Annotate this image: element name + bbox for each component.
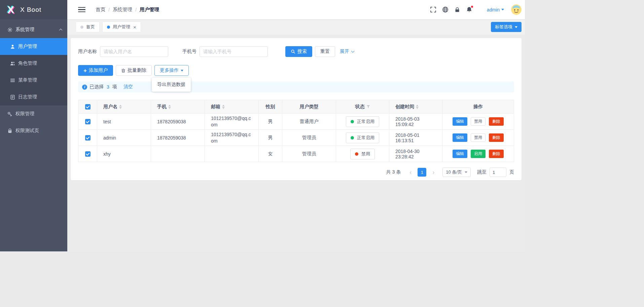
fullscreen-icon[interactable]	[430, 6, 436, 13]
menu-item-label: 角色管理	[18, 60, 37, 66]
row-checkbox[interactable]	[85, 135, 91, 141]
edit-button[interactable]: 编辑	[453, 133, 467, 142]
username-cell: admin	[97, 130, 151, 146]
user-management-card: 用户名称 手机号 搜索 重置 展开	[71, 38, 522, 180]
tag-label: 用户管理	[113, 24, 130, 30]
sidebar-item-role-manage[interactable]: 角色管理	[0, 55, 67, 72]
breadcrumb-separator: /	[135, 7, 137, 12]
add-user-button[interactable]: + 添加用户	[78, 65, 113, 76]
dropdown-item-export[interactable]: 导出所选数据	[152, 79, 191, 90]
tag-home[interactable]: 首页	[76, 22, 100, 32]
filter-icon[interactable]	[366, 105, 370, 109]
column-header-created: 创建时间	[389, 100, 442, 114]
status-badge: 正常启用	[346, 116, 379, 127]
search-icon	[291, 49, 295, 54]
caret-down-icon	[515, 26, 517, 28]
sidebar-item-user-manage[interactable]: 用户管理	[0, 38, 67, 55]
breadcrumb: 首页 / 系统管理 / 用户管理	[96, 6, 159, 13]
column-header-username: 用户名	[97, 100, 151, 114]
status-badge: 正常启用	[346, 132, 379, 143]
status-cell: 正常启用	[336, 114, 389, 130]
info-icon: i	[82, 85, 87, 90]
search-form: 用户名称 手机号 搜索 重置 展开	[78, 46, 514, 57]
notifications-bell-icon[interactable]	[466, 6, 472, 13]
column-header-status: 状态	[336, 100, 389, 114]
tag-user-manage[interactable]: 用户管理 ×	[102, 22, 141, 32]
sort-icon[interactable]	[168, 105, 171, 109]
menu-item-label: 日志管理	[18, 94, 37, 100]
disable-button[interactable]: 禁用	[471, 117, 486, 126]
jump-page-input[interactable]	[490, 167, 506, 177]
edit-button[interactable]: 编辑	[453, 150, 467, 158]
select-cell	[78, 114, 97, 130]
email-cell	[205, 146, 259, 162]
breadcrumb-section[interactable]: 系统管理	[113, 6, 132, 13]
phone-cell	[151, 146, 205, 162]
breadcrumb-home[interactable]: 首页	[96, 6, 105, 13]
close-icon[interactable]: ×	[133, 25, 136, 30]
table-row: xhy 女 管理员 禁用 2018-04-30 23:28:42 编辑 启用 删…	[78, 146, 514, 162]
status-badge: 禁用	[350, 149, 375, 159]
sort-icon[interactable]	[119, 105, 122, 109]
username-label: 用户名称	[78, 49, 97, 55]
phone-cell: 18782059038	[151, 114, 205, 130]
jump-label: 跳至	[477, 169, 487, 175]
menu-toggle-button[interactable]	[78, 7, 85, 12]
sidebar-item-system-manage[interactable]: 系统管理	[0, 21, 67, 38]
tag-options-button[interactable]: 标签选项	[491, 22, 522, 32]
document-icon	[10, 95, 15, 100]
sort-icon[interactable]	[222, 105, 225, 109]
row-checkbox[interactable]	[85, 119, 91, 124]
language-globe-icon[interactable]	[442, 6, 449, 13]
status-dot-icon	[355, 152, 358, 156]
column-header-type: 用户类型	[282, 100, 336, 114]
sidebar-item-log-manage[interactable]: 日志管理	[0, 89, 67, 105]
search-button[interactable]: 搜索	[285, 46, 312, 57]
phone-label: 手机号	[182, 49, 196, 55]
column-header-email: 邮箱	[205, 100, 259, 114]
enable-button[interactable]: 启用	[471, 150, 486, 158]
expand-link[interactable]: 展开	[340, 49, 353, 55]
delete-button[interactable]: 删除	[489, 117, 504, 126]
app-logo[interactable]: XXX X Boot	[0, 0, 67, 19]
user-menu[interactable]: admin	[487, 7, 504, 12]
column-header-phone: 手机	[151, 100, 205, 114]
email-cell: 1012139570@qq.com	[205, 130, 259, 146]
sidebar-item-menu-manage[interactable]: 菜单管理	[0, 72, 67, 89]
clear-selection-link[interactable]: 清空	[123, 84, 133, 90]
top-header: 首页 / 系统管理 / 用户管理	[67, 0, 525, 19]
status-dot-icon	[351, 120, 354, 123]
sidebar-item-permission-test[interactable]: 权限测试页	[0, 122, 67, 139]
content-area: 用户名称 手机号 搜索 重置 展开	[67, 35, 525, 251]
row-checkbox[interactable]	[85, 151, 91, 157]
page-1-button[interactable]: 1	[418, 168, 426, 177]
edit-button[interactable]: 编辑	[453, 117, 467, 126]
sort-icon[interactable]	[416, 105, 419, 109]
prev-page-button[interactable]: ‹	[406, 168, 415, 176]
actions-cell: 编辑 禁用 删除	[442, 130, 514, 146]
column-header-gender: 性别	[259, 100, 282, 114]
delete-button[interactable]: 删除	[489, 150, 504, 158]
tag-dot-icon	[80, 26, 83, 29]
next-page-button[interactable]: ›	[429, 168, 437, 176]
gear-icon	[7, 27, 12, 32]
disable-button[interactable]: 禁用	[471, 133, 486, 142]
username-label: admin	[487, 7, 500, 12]
avatar[interactable]	[511, 4, 522, 15]
menu-item-label: 权限管理	[15, 111, 34, 117]
selection-count: 3	[107, 84, 109, 90]
reset-button[interactable]: 重置	[315, 46, 335, 57]
app-window: XXX X Boot 系统管理 用户管理 角色管理 菜单管	[0, 0, 525, 251]
page-size-select[interactable]: 10 条/页	[442, 167, 471, 177]
delete-button[interactable]: 删除	[489, 133, 504, 142]
select-all-checkbox[interactable]	[85, 104, 91, 110]
alert-prefix: 已选择	[90, 84, 104, 90]
phone-input[interactable]	[200, 46, 268, 57]
lock-screen-icon[interactable]	[454, 7, 460, 13]
sidebar-item-permission-manage[interactable]: 权限管理	[0, 105, 67, 122]
batch-delete-button[interactable]: 批量删除	[116, 65, 152, 76]
more-actions-button[interactable]: 更多操作	[154, 65, 189, 76]
created-cell: 2018-05-01 16:13:51	[389, 130, 442, 146]
gender-cell: 女	[259, 146, 282, 162]
username-input[interactable]	[100, 46, 168, 57]
